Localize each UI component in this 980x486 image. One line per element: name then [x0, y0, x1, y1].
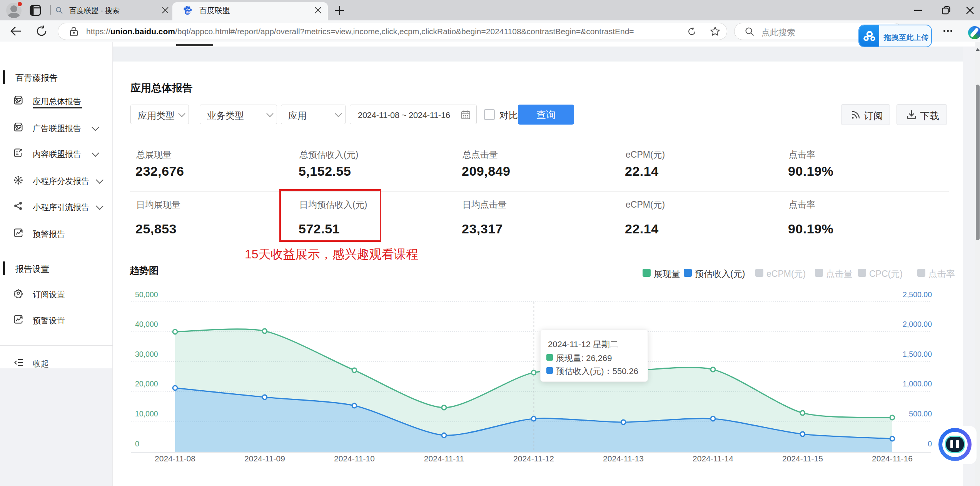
svg-text:du: du [186, 10, 190, 14]
